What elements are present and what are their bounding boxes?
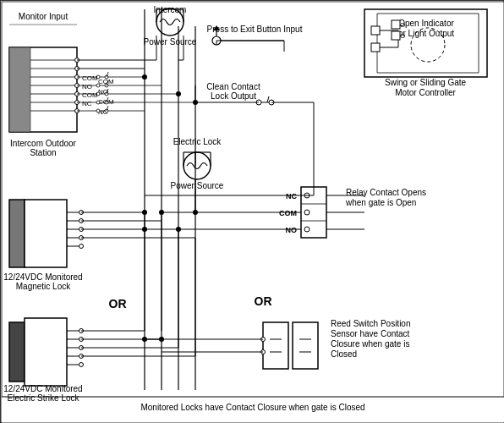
- svg-text:OR: OR: [109, 297, 127, 310]
- svg-text:Station: Station: [30, 148, 56, 157]
- svg-text:Magnetic Lock: Magnetic Lock: [16, 282, 71, 291]
- svg-text:O: O: [400, 32, 405, 40]
- svg-point-203: [193, 100, 198, 105]
- svg-rect-38: [9, 200, 25, 267]
- svg-text:O: O: [400, 21, 405, 29]
- svg-point-168: [96, 109, 100, 113]
- svg-text:12/24VDC Monitored: 12/24VDC Monitored: [3, 272, 82, 282]
- svg-text:Closure when gate is: Closure when gate is: [331, 339, 409, 349]
- svg-text:Relay Contact Opens: Relay Contact Opens: [346, 188, 426, 197]
- svg-point-101: [159, 337, 164, 342]
- svg-rect-50: [9, 322, 25, 382]
- svg-rect-51: [25, 318, 67, 386]
- svg-text:NO: NO: [286, 226, 298, 234]
- svg-rect-23: [371, 26, 380, 35]
- svg-rect-63: [293, 322, 318, 369]
- svg-point-164: [96, 101, 100, 104]
- svg-point-28: [184, 152, 211, 179]
- svg-point-34: [304, 227, 310, 232]
- svg-text:Motor Controller: Motor Controller: [395, 88, 456, 97]
- svg-text:Clean Contact: Clean Contact: [206, 82, 260, 91]
- svg-point-49: [79, 244, 84, 249]
- svg-point-196: [193, 210, 198, 215]
- svg-text:COM: COM: [82, 74, 98, 82]
- svg-point-156: [96, 84, 100, 87]
- svg-text:Power Source: Power Source: [144, 37, 197, 47]
- svg-text:Intercom Outdoor: Intercom Outdoor: [10, 139, 76, 148]
- svg-text:COM: COM: [279, 209, 297, 217]
- svg-text:Sensor have Contact: Sensor have Contact: [331, 329, 410, 338]
- svg-text:COM: COM: [82, 91, 98, 99]
- svg-text:OR: OR: [255, 294, 272, 308]
- svg-text:Monitor Input: Monitor Input: [19, 12, 68, 21]
- svg-text:NC: NC: [82, 100, 92, 107]
- svg-point-33: [304, 210, 310, 215]
- svg-text:when gate is Open: when gate is Open: [345, 198, 416, 207]
- svg-text:Intercom: Intercom: [154, 5, 187, 14]
- svg-rect-130: [392, 20, 400, 29]
- svg-text:12/24VDC Monitored: 12/24VDC Monitored: [3, 384, 82, 393]
- svg-rect-131: [392, 31, 400, 40]
- svg-point-100: [142, 337, 147, 342]
- svg-text:or Light Output: or Light Output: [398, 29, 454, 38]
- svg-text:Power Source: Power Source: [171, 181, 224, 190]
- svg-rect-62: [263, 322, 288, 369]
- svg-text:Open Indicator: Open Indicator: [398, 19, 454, 28]
- svg-text:Closed: Closed: [331, 349, 357, 359]
- svg-text:Press to Exit Button Input: Press to Exit Button Input: [207, 25, 303, 34]
- svg-point-201: [142, 74, 147, 80]
- svg-text:Electric Strike Lock: Electric Strike Lock: [7, 393, 79, 403]
- svg-text:Swing or Sliding Gate: Swing or Sliding Gate: [385, 78, 467, 87]
- svg-text:Monitored Locks have Contact C: Monitored Locks have Contact Closure whe…: [140, 403, 364, 412]
- svg-point-61: [79, 363, 84, 367]
- svg-rect-9: [9, 47, 30, 132]
- svg-point-202: [176, 91, 181, 96]
- svg-text:Lock Output: Lock Output: [211, 91, 256, 101]
- svg-text:Electric Lock: Electric Lock: [173, 137, 222, 146]
- svg-text:NO: NO: [82, 83, 92, 91]
- svg-text:Reed Switch Position: Reed Switch Position: [331, 319, 411, 328]
- svg-text:NC: NC: [286, 192, 297, 201]
- svg-rect-24: [371, 43, 380, 52]
- svg-rect-39: [25, 200, 67, 267]
- wiring-diagram: Monitor Input Intercom Outdoor Station I…: [0, 0, 504, 423]
